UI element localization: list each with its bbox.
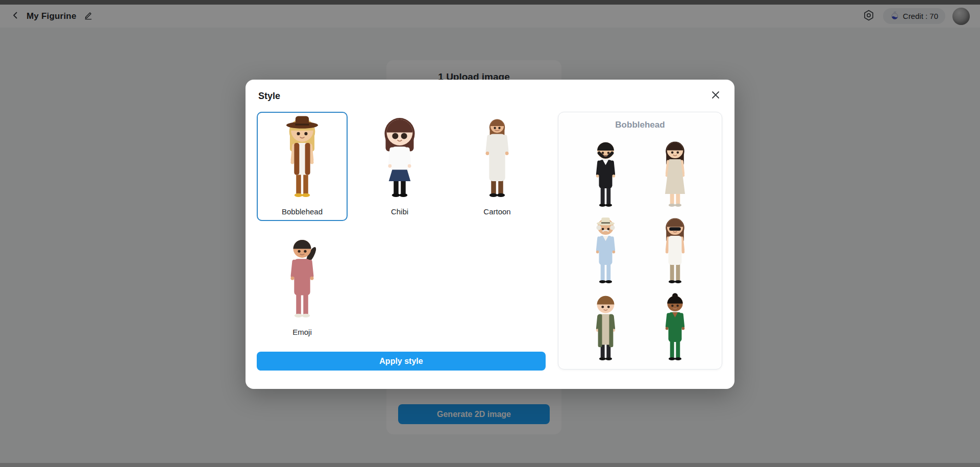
preview-figure	[582, 292, 629, 363]
figure-image	[355, 115, 444, 201]
figure-image	[258, 115, 347, 201]
style-modal: Style Bobblehead Chibi Cartoon Emoji App…	[246, 80, 734, 389]
modal-title: Style	[258, 91, 280, 102]
preview-figure	[582, 138, 629, 210]
style-card-bobblehead[interactable]: Bobblehead	[257, 112, 348, 221]
style-card-label: Bobblehead	[258, 207, 347, 216]
preview-figure	[582, 215, 629, 286]
close-button[interactable]	[708, 88, 723, 103]
preview-grid	[558, 136, 722, 366]
preview-figure	[651, 138, 699, 210]
style-preview-panel: Bobblehead	[558, 112, 722, 370]
preview-title: Bobblehead	[558, 120, 722, 130]
style-card-cartoon[interactable]: Cartoon	[452, 112, 543, 221]
style-card-label: Chibi	[355, 207, 444, 216]
style-options-grid: Bobblehead Chibi Cartoon Emoji	[257, 112, 551, 341]
style-card-emoji[interactable]: Emoji	[257, 232, 348, 341]
style-card-label: Cartoon	[453, 207, 542, 216]
style-card-label: Emoji	[258, 328, 347, 336]
figure-image	[453, 115, 542, 201]
close-icon	[711, 90, 720, 101]
figure-image	[258, 235, 347, 321]
apply-style-button[interactable]: Apply style	[257, 352, 546, 371]
preview-figure	[651, 215, 699, 286]
preview-figure	[651, 292, 699, 363]
style-card-chibi[interactable]: Chibi	[354, 112, 445, 221]
